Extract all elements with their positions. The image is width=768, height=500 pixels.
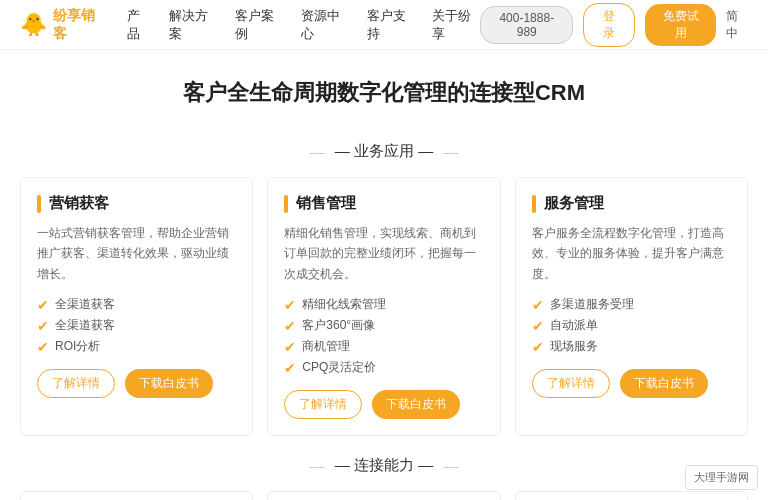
- card-marketing-header: 营销获客: [37, 194, 236, 213]
- feature-item: ✔全渠道获客: [37, 296, 236, 313]
- card-service-header: 服务管理: [532, 194, 731, 213]
- service-whitepaper-button[interactable]: 下载白皮书: [620, 369, 708, 398]
- feature-item: ✔ROI分析: [37, 338, 236, 355]
- feature-dot-icon: ✔: [37, 339, 49, 355]
- card-sales: 销售管理 精细化销售管理，实现线索、商机到订单回款的完整业绩闭环，把握每一次成交…: [267, 177, 500, 436]
- card-icon-bar: [37, 195, 41, 213]
- feature-item: ✔精细化线索管理: [284, 296, 483, 313]
- bottom-card-collab: 全员业务协同 融合即时沟通、审批、考勤打卡、工作薄等一站式办公管理，打造极致高效…: [267, 491, 500, 500]
- card-sales-title: 销售管理: [296, 194, 356, 213]
- card-service-desc: 客户服务全流程数字化管理，打造高效、专业的服务体验，提升客户满意度。: [532, 223, 731, 284]
- navbar: 🐥 纷享销客 产品 解决方案 客户案例 资源中心 客户支持 关于纷享 400-1…: [0, 0, 768, 50]
- marketing-detail-button[interactable]: 了解详情: [37, 369, 115, 398]
- bottom-cards-grid: 连接渠道赋能伙伴 数字化连接业务上下游，实现在线订货、客户报备、销售培训等全流程…: [20, 491, 748, 500]
- marketing-whitepaper-button[interactable]: 下载白皮书: [125, 369, 213, 398]
- nav-item-solutions[interactable]: 解决方案: [169, 7, 217, 43]
- feature-dot-icon: ✔: [284, 318, 296, 334]
- trial-button[interactable]: 免费试用: [645, 4, 716, 46]
- feature-item: ✔CPQ灵活定价: [284, 359, 483, 376]
- section2-title: — 连接能力 —: [20, 456, 748, 475]
- feature-dot-icon: ✔: [532, 318, 544, 334]
- feature-dot-icon: ✔: [284, 297, 296, 313]
- watermark: 大理手游网: [685, 465, 758, 490]
- card-marketing-desc: 一站式营销获客管理，帮助企业营销推广获客、渠道转化效果，驱动业绩增长。: [37, 223, 236, 284]
- card-service-actions: 了解详情 下载白皮书: [532, 369, 731, 398]
- card-service-title: 服务管理: [544, 194, 604, 213]
- card-marketing: 营销获客 一站式营销获客管理，帮助企业营销推广获客、渠道转化效果，驱动业绩增长。…: [20, 177, 253, 436]
- feature-item: ✔现场服务: [532, 338, 731, 355]
- feature-dot-icon: ✔: [284, 339, 296, 355]
- sales-whitepaper-button[interactable]: 下载白皮书: [372, 390, 460, 419]
- card-icon-bar: [532, 195, 536, 213]
- bottom-card-channel: 连接渠道赋能伙伴 数字化连接业务上下游，实现在线订货、客户报备、销售培训等全流程…: [20, 491, 253, 500]
- feature-item: ✔多渠道服务受理: [532, 296, 731, 313]
- feature-item: ✔自动派单: [532, 317, 731, 334]
- nav-item-cases[interactable]: 客户案例: [235, 7, 283, 43]
- card-marketing-title: 营销获客: [49, 194, 109, 213]
- card-service-features: ✔多渠道服务受理 ✔自动派单 ✔现场服务: [532, 296, 731, 355]
- nav-item-support[interactable]: 客户支持: [367, 7, 415, 43]
- hero-section: 客户全生命周期数字化管理的连接型CRM: [0, 50, 768, 142]
- card-icon-bar: [284, 195, 288, 213]
- nav-item-products[interactable]: 产品: [127, 7, 151, 43]
- card-sales-features: ✔精细化线索管理 ✔客户360°画像 ✔商机管理 ✔CPQ灵活定价: [284, 296, 483, 376]
- hero-title: 客户全生命周期数字化管理的连接型CRM: [0, 78, 768, 108]
- feature-dot-icon: ✔: [532, 297, 544, 313]
- card-marketing-features: ✔全渠道获客 ✔全渠道获客 ✔ROI分析: [37, 296, 236, 355]
- card-service: 服务管理 客户服务全流程数字化管理，打造高效、专业的服务体验，提升客户满意度。 …: [515, 177, 748, 436]
- feature-item: ✔全渠道获客: [37, 317, 236, 334]
- navbar-right: 400-1888-989 登录 免费试用 简中: [480, 3, 748, 47]
- nav-links: 产品 解决方案 客户案例 资源中心 客户支持 关于纷享: [127, 7, 480, 43]
- card-marketing-actions: 了解详情 下载白皮书: [37, 369, 236, 398]
- navbar-left: 🐥 纷享销客 产品 解决方案 客户案例 资源中心 客户支持 关于纷享: [20, 7, 480, 43]
- feature-dot-icon: ✔: [37, 297, 49, 313]
- language-selector[interactable]: 简中: [726, 8, 748, 42]
- bottom-card-ecosystem: 连接生态与系统 连接钉钉和企业微信平台，无缝对接ERP系统，构建内外部业务作数字…: [515, 491, 748, 500]
- login-button[interactable]: 登录: [583, 3, 635, 47]
- section1-title: — 业务应用 —: [20, 142, 748, 161]
- feature-item: ✔商机管理: [284, 338, 483, 355]
- logo[interactable]: 🐥 纷享销客: [20, 7, 103, 43]
- card-sales-actions: 了解详情 下载白皮书: [284, 390, 483, 419]
- nav-item-resources[interactable]: 资源中心: [301, 7, 349, 43]
- feature-dot-icon: ✔: [37, 318, 49, 334]
- feature-dot-icon: ✔: [284, 360, 296, 376]
- service-detail-button[interactable]: 了解详情: [532, 369, 610, 398]
- cards-grid: 营销获客 一站式营销获客管理，帮助企业营销推广获客、渠道转化效果，驱动业绩增长。…: [20, 177, 748, 436]
- logo-icon: 🐥: [20, 12, 47, 38]
- logo-text: 纷享销客: [53, 7, 103, 43]
- card-sales-header: 销售管理: [284, 194, 483, 213]
- nav-item-about[interactable]: 关于纷享: [432, 7, 480, 43]
- feature-dot-icon: ✔: [532, 339, 544, 355]
- feature-item: ✔客户360°画像: [284, 317, 483, 334]
- card-sales-desc: 精细化销售管理，实现线索、商机到订单回款的完整业绩闭环，把握每一次成交机会。: [284, 223, 483, 284]
- connection-section: — 连接能力 — 连接渠道赋能伙伴 数字化连接业务上下游，实现在线订货、客户报备…: [0, 446, 768, 500]
- sales-detail-button[interactable]: 了解详情: [284, 390, 362, 419]
- business-section: — 业务应用 — 营销获客 一站式营销获客管理，帮助企业营销推广获客、渠道转化效…: [0, 142, 768, 446]
- phone-button[interactable]: 400-1888-989: [480, 6, 573, 44]
